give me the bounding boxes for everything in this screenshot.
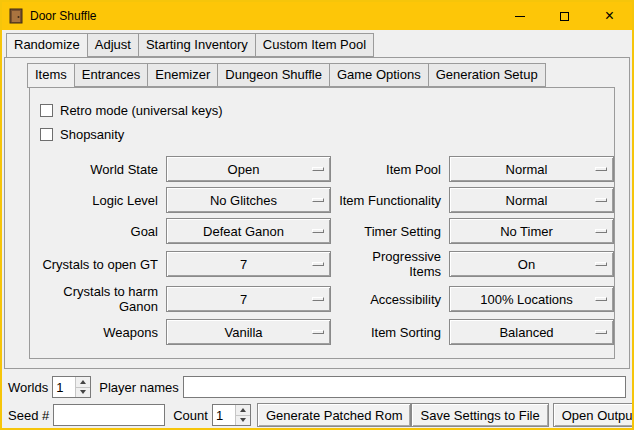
app-window: Door Shuffle × Randomize Adjust Starting… — [0, 0, 634, 430]
dropdown-indicator-icon — [595, 229, 607, 233]
generate-patched-rom-button[interactable]: Generate Patched Rom — [257, 403, 412, 427]
worlds-label: Worlds — [8, 380, 48, 395]
spin-up-button[interactable] — [236, 405, 250, 415]
dropdown-value: Normal — [450, 162, 613, 177]
count-input[interactable] — [213, 405, 235, 425]
tab-adjust[interactable]: Adjust — [87, 33, 139, 57]
spin-down-icon — [240, 418, 246, 422]
seed-input[interactable] — [53, 404, 165, 426]
worlds-spinner — [52, 376, 91, 398]
tab-label: Enemizer — [155, 67, 210, 82]
player-names-input[interactable] — [183, 376, 626, 398]
checkbox-icon — [40, 104, 53, 117]
dropdown-value: Vanilla — [167, 325, 330, 340]
dropdown-indicator-icon — [312, 297, 324, 301]
accessibility-label: Accessibility — [339, 292, 441, 307]
dropdown-value: 7 — [167, 257, 330, 272]
tab-label: Items — [35, 67, 67, 82]
worlds-input[interactable] — [53, 377, 75, 397]
dropdown-value: Normal — [450, 193, 613, 208]
spin-up-button[interactable] — [76, 377, 90, 387]
randomize-pane: Items Entrances Enemizer Dungeon Shuffle… — [4, 57, 630, 369]
window-controls: × — [497, 2, 632, 30]
tab-starting-inventory[interactable]: Starting Inventory — [138, 33, 256, 57]
item-pool-label: Item Pool — [339, 162, 441, 177]
retro-mode-checkbox[interactable]: Retro mode (universal keys) — [40, 98, 614, 122]
tab-label: Adjust — [95, 37, 131, 52]
dropdown-indicator-icon — [312, 262, 324, 266]
checkbox-label: Retro mode (universal keys) — [60, 103, 223, 118]
tab-game-options[interactable]: Game Options — [329, 63, 429, 87]
dropdown-value: On — [450, 257, 613, 272]
titlebar[interactable]: Door Shuffle × — [2, 2, 632, 30]
tab-items[interactable]: Items — [27, 63, 75, 88]
main-tab-bar: Randomize Adjust Starting Inventory Cust… — [2, 30, 632, 57]
crystals-gt-label: Crystals to open GT — [40, 257, 158, 272]
dropdown-indicator-icon — [312, 229, 324, 233]
dropdown-value: Balanced — [450, 325, 613, 340]
seed-label: Seed # — [8, 408, 49, 423]
crystals-gt-dropdown[interactable]: 7 — [166, 251, 331, 277]
dropdown-indicator-icon — [312, 330, 324, 334]
accessibility-dropdown[interactable]: 100% Locations — [449, 286, 614, 312]
save-settings-button[interactable]: Save Settings to File — [411, 403, 548, 427]
progressive-items-dropdown[interactable]: On — [449, 251, 614, 277]
goal-dropdown[interactable]: Defeat Ganon — [166, 218, 331, 244]
item-functionality-dropdown[interactable]: Normal — [449, 187, 614, 213]
crystals-ganon-dropdown[interactable]: 7 — [166, 286, 331, 312]
tab-generation-setup[interactable]: Generation Setup — [428, 63, 546, 87]
open-output-directory-button[interactable]: Open Output Directory — [553, 403, 634, 427]
world-state-label: World State — [40, 162, 158, 177]
weapons-label: Weapons — [40, 325, 158, 340]
progressive-items-label: Progressive Items — [339, 249, 441, 279]
spin-down-icon — [80, 390, 86, 394]
spin-down-button[interactable] — [236, 415, 250, 426]
dropdown-value: Defeat Ganon — [167, 224, 330, 239]
dropdown-value: 7 — [167, 292, 330, 307]
dropdown-indicator-icon — [595, 198, 607, 202]
sub-tab-bar: Items Entrances Enemizer Dungeon Shuffle… — [5, 58, 629, 87]
item-sorting-label: Item Sorting — [339, 325, 441, 340]
dropdown-value: 100% Locations — [450, 292, 613, 307]
tab-custom-item-pool[interactable]: Custom Item Pool — [255, 33, 374, 57]
shopsanity-checkbox[interactable]: Shopsanity — [40, 122, 614, 146]
tab-dungeon-shuffle[interactable]: Dungeon Shuffle — [217, 63, 330, 87]
tab-entrances[interactable]: Entrances — [74, 63, 149, 87]
tab-label: Entrances — [82, 67, 141, 82]
window-title: Door Shuffle — [30, 9, 97, 23]
checkbox-icon — [40, 128, 53, 141]
item-functionality-label: Item Functionality — [339, 193, 441, 208]
dropdown-indicator-icon — [595, 167, 607, 171]
minimize-button[interactable] — [497, 2, 542, 30]
dropdown-indicator-icon — [595, 297, 607, 301]
timer-setting-dropdown[interactable]: No Timer — [449, 218, 614, 244]
tab-label: Custom Item Pool — [263, 37, 366, 52]
tab-enemizer[interactable]: Enemizer — [147, 63, 218, 87]
tab-label: Dungeon Shuffle — [225, 67, 322, 82]
close-button[interactable]: × — [587, 2, 632, 30]
options-grid: World State Open Item Pool Normal Logic … — [30, 148, 614, 345]
player-names-label: Player names — [99, 380, 178, 395]
items-pane: Retro mode (universal keys) Shopsanity W… — [29, 87, 615, 359]
tab-label: Generation Setup — [436, 67, 538, 82]
tab-label: Game Options — [337, 67, 421, 82]
tab-randomize[interactable]: Randomize — [6, 33, 88, 58]
logic-level-dropdown[interactable]: No Glitches — [166, 187, 331, 213]
count-spin-arrows — [235, 405, 250, 425]
maximize-icon — [560, 12, 569, 21]
count-spinner — [212, 404, 251, 426]
spin-down-button[interactable] — [76, 387, 90, 398]
dropdown-value: No Glitches — [167, 193, 330, 208]
dropdown-indicator-icon — [595, 262, 607, 266]
dropdown-indicator-icon — [312, 167, 324, 171]
logic-level-label: Logic Level — [40, 193, 158, 208]
tab-label: Starting Inventory — [146, 37, 248, 52]
item-sorting-dropdown[interactable]: Balanced — [449, 319, 614, 345]
world-state-dropdown[interactable]: Open — [166, 156, 331, 182]
worlds-spin-arrows — [75, 377, 90, 397]
maximize-button[interactable] — [542, 2, 587, 30]
close-icon: × — [605, 8, 614, 24]
item-pool-dropdown[interactable]: Normal — [449, 156, 614, 182]
checkbox-label: Shopsanity — [60, 127, 124, 142]
weapons-dropdown[interactable]: Vanilla — [166, 319, 331, 345]
